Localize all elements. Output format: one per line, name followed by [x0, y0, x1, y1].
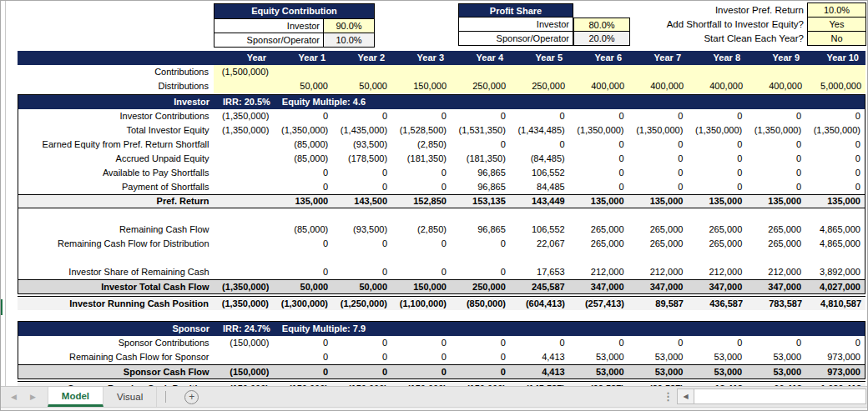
grid-cell[interactable] — [391, 65, 451, 79]
grid-cell[interactable]: 0 — [332, 350, 391, 364]
grid-cell[interactable]: (1,528,500) — [391, 123, 451, 138]
grid-cell[interactable]: 0 — [805, 180, 865, 194]
grid-cell[interactable]: 50,000 — [332, 280, 391, 293]
grid-cell[interactable]: (1,350,000) — [687, 123, 746, 138]
grid-cell[interactable] — [451, 65, 510, 79]
grid-cell[interactable]: 265,000 — [687, 223, 746, 237]
grid-cell[interactable]: 3,892,000 — [805, 265, 865, 279]
horizontal-scrollbar[interactable]: ◀ — [677, 388, 866, 404]
grid-cell[interactable]: 152,850 — [391, 195, 451, 208]
grid-cell[interactable]: 50,000 — [273, 79, 332, 93]
grid-cell[interactable]: (1,350,000) — [214, 109, 274, 123]
add-shortfall-input[interactable]: Yes — [807, 17, 866, 32]
grid-cell[interactable]: 96,865 — [451, 166, 510, 180]
grid-cell[interactable] — [628, 65, 688, 79]
grid-cell[interactable]: 89,587 — [628, 297, 688, 310]
grid-cell[interactable]: 135,000 — [273, 195, 332, 208]
grid-cell[interactable]: 0 — [391, 180, 451, 194]
tabbar-resize-handle-icon[interactable]: ⋮ — [663, 389, 674, 403]
grid-cell[interactable]: 0 — [805, 138, 865, 152]
grid-cell[interactable] — [214, 152, 274, 166]
grid-cell[interactable]: 53,000 — [687, 350, 746, 364]
grid-cell[interactable]: 0 — [805, 152, 865, 166]
grid-cell[interactable]: 973,000 — [805, 365, 865, 378]
grid-cell[interactable]: 5,000,000 — [806, 79, 865, 93]
grid-cell[interactable]: 265,000 — [569, 237, 628, 251]
grid-cell[interactable]: 0 — [805, 336, 865, 350]
grid-cell[interactable]: (1,350,000) — [805, 123, 865, 138]
grid-cell[interactable]: 0 — [510, 336, 569, 350]
grid-cell[interactable] — [214, 138, 274, 152]
grid-cell[interactable]: (93,500) — [332, 223, 391, 237]
grid-cell[interactable]: 212,000 — [628, 265, 688, 279]
grid-cell[interactable]: 0 — [332, 166, 391, 180]
grid-cell[interactable]: 0 — [451, 336, 510, 350]
grid-cell[interactable]: 53,000 — [628, 350, 688, 364]
grid-cell[interactable] — [569, 65, 628, 79]
grid-cell[interactable]: 0 — [628, 180, 688, 194]
equity-investor-input[interactable]: 90.0% — [323, 19, 374, 33]
grid-cell[interactable]: 0 — [510, 138, 569, 152]
grid-cell[interactable]: (85,000) — [273, 138, 332, 152]
grid-cell[interactable]: 0 — [628, 138, 688, 152]
grid-cell[interactable]: 0 — [332, 237, 391, 251]
grid-cell[interactable]: 347,000 — [687, 280, 746, 293]
add-sheet-icon[interactable]: + — [184, 390, 199, 404]
grid-cell[interactable] — [688, 65, 747, 79]
grid-cell[interactable]: (93,500) — [332, 138, 391, 152]
grid-cell[interactable]: 4,865,000 — [805, 223, 865, 237]
grid-cell[interactable]: 53,000 — [569, 350, 628, 364]
grid-cell[interactable]: 0 — [451, 265, 510, 279]
grid-cell[interactable]: 17,653 — [510, 265, 569, 279]
grid-cell[interactable]: 0 — [569, 152, 628, 166]
grid-cell[interactable]: 250,000 — [510, 79, 569, 93]
start-clean-input[interactable]: No — [807, 31, 866, 46]
grid-cell[interactable]: 106,552 — [510, 223, 569, 237]
grid-cell[interactable]: 0 — [332, 265, 391, 279]
grid-cell[interactable]: (1,350,000) — [746, 123, 805, 138]
grid-cell[interactable] — [747, 65, 806, 79]
grid-cell[interactable]: (1,350,000) — [214, 123, 274, 138]
grid-cell[interactable]: 212,000 — [687, 265, 746, 279]
grid-cell[interactable]: 53,000 — [746, 350, 805, 364]
grid-cell[interactable]: 0 — [569, 109, 628, 123]
grid-cell[interactable]: 0 — [451, 109, 510, 123]
grid-cell[interactable]: 0 — [746, 138, 805, 152]
equity-sponsor-value[interactable]: 10.0% — [323, 33, 374, 47]
grid-cell[interactable]: 783,587 — [747, 297, 806, 310]
grid-cell[interactable]: 400,000 — [569, 79, 628, 93]
grid-cell[interactable]: 135,000 — [805, 195, 865, 208]
grid-cell[interactable]: (850,000) — [451, 297, 510, 310]
grid-cell[interactable]: 0 — [273, 237, 332, 251]
grid-cell[interactable]: 4,810,587 — [806, 297, 865, 310]
grid-cell[interactable]: 0 — [332, 336, 391, 350]
grid-cell[interactable]: 0 — [332, 180, 391, 194]
grid-cell[interactable]: 250,000 — [451, 79, 510, 93]
grid-cell[interactable]: 0 — [273, 350, 332, 364]
grid-cell[interactable]: 4,027,000 — [805, 280, 865, 293]
grid-cell[interactable]: (257,413) — [569, 297, 628, 310]
grid-cell[interactable]: 0 — [451, 350, 510, 364]
grid-cell[interactable] — [214, 180, 274, 194]
grid-cell[interactable]: 0 — [687, 180, 746, 194]
grid-cell[interactable]: (604,413) — [510, 297, 569, 310]
grid-cell[interactable]: (1,300,000) — [273, 297, 332, 310]
grid-cell[interactable]: 53,000 — [569, 365, 628, 378]
grid-cell[interactable]: 250,000 — [451, 280, 510, 293]
grid-cell[interactable]: 0 — [746, 166, 805, 180]
grid-cell[interactable]: (85,000) — [273, 223, 332, 237]
grid-cell[interactable]: 4,865,000 — [805, 237, 865, 251]
grid-cell[interactable]: 0 — [451, 138, 510, 152]
grid-cell[interactable]: 53,000 — [628, 365, 688, 378]
grid-cell[interactable]: (1,350,000) — [214, 280, 274, 293]
grid-cell[interactable]: 0 — [391, 265, 451, 279]
grid-cell[interactable]: (2,850) — [391, 138, 451, 152]
grid-cell[interactable]: 265,000 — [628, 223, 688, 237]
grid-cell[interactable]: 0 — [273, 265, 332, 279]
grid-cell[interactable] — [214, 265, 274, 279]
grid-cell[interactable]: 0 — [273, 180, 332, 194]
grid-cell[interactable]: 135,000 — [746, 195, 805, 208]
grid-cell[interactable]: 347,000 — [569, 280, 628, 293]
grid-cell[interactable]: 0 — [391, 350, 451, 364]
grid-cell[interactable]: 0 — [687, 152, 746, 166]
